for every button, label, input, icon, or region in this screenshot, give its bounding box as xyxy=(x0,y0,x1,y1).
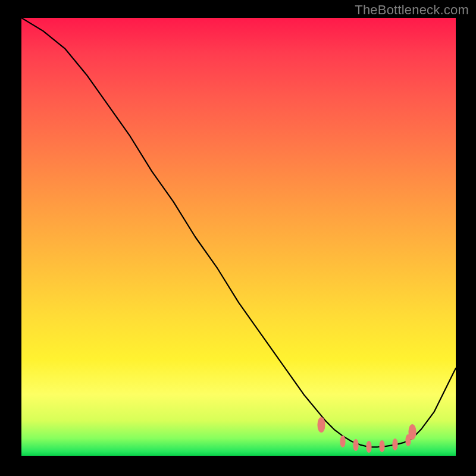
marker-valley-floor-right xyxy=(392,439,397,450)
marker-valley-floor-mid1 xyxy=(353,439,359,451)
marker-valley-floor-left xyxy=(340,436,346,447)
chart-container: TheBottleneck.com xyxy=(0,0,476,476)
marker-valley-floor-mid3 xyxy=(379,440,384,452)
valley-markers xyxy=(21,18,456,456)
watermark-text: TheBottleneck.com xyxy=(355,2,469,18)
marker-valley-floor-mid2 xyxy=(367,441,372,453)
marker-valley-end-upper xyxy=(409,424,416,440)
plot-area xyxy=(21,18,456,456)
marker-valley-start xyxy=(317,417,325,433)
